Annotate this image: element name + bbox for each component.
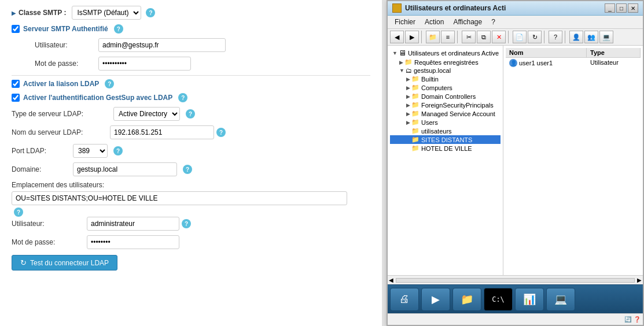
win-controls: _ □ ✕: [605, 3, 638, 13]
tb-sep4: [544, 31, 546, 43]
tree-root[interactable]: ▼ 🖥 Utilisateurs et ordinateurs Active: [390, 48, 501, 58]
admin-user-row: Utilisateur: ?: [12, 217, 370, 231]
menu-action[interactable]: Action: [420, 17, 448, 27]
tree-users[interactable]: ▶ 📁 Users: [390, 118, 501, 127]
ad-dialog: Utilisateurs et ordinateurs Acti _ □ ✕ F…: [387, 0, 644, 326]
smtp-auth-checkbox[interactable]: [12, 25, 20, 33]
admin-password-input[interactable]: [87, 235, 179, 249]
admin-user-label: Utilisateur:: [12, 220, 87, 228]
tree-domain-controllers[interactable]: ▶ 📁 Domain Controllers: [390, 92, 501, 101]
test-ldap-button[interactable]: ↻ Test du connecteur LDAP: [12, 255, 117, 271]
win-hscroll[interactable]: ◀ ▶: [388, 275, 643, 284]
tree-msa-label: Managed Service Account: [421, 110, 495, 117]
ldap-type-label: Type de serveur LDAP:: [12, 110, 110, 118]
hscroll-right[interactable]: ▶: [637, 277, 642, 283]
ldap-server-help-icon[interactable]: ?: [216, 128, 226, 137]
ldap-port-help-icon[interactable]: ?: [113, 146, 123, 155]
list-item[interactable]: 👤 user1 user1 Utilisateur: [506, 58, 641, 68]
tb-properties-button[interactable]: 📄: [513, 31, 527, 43]
fsp-arrow: ▶: [406, 102, 410, 108]
smtp-class-select[interactable]: IsSMTP (Défaut): [72, 6, 141, 20]
smtp-class-help-icon[interactable]: ?: [146, 8, 155, 17]
tree-utilisateurs[interactable]: ▶ 📁 utilisateurs: [390, 127, 501, 135]
taskbar-printer-btn[interactable]: 🖨: [390, 288, 419, 311]
hscroll-left[interactable]: ◀: [389, 277, 393, 283]
tree-computers[interactable]: ▶ 📁 Computers: [390, 83, 501, 92]
smtp-password-input[interactable]: [98, 57, 191, 71]
tree-utilisateurs-label: utilisateurs: [421, 128, 452, 135]
tb-upfolder-button[interactable]: 📁: [426, 31, 440, 43]
ldap-domain-input[interactable]: [73, 162, 177, 176]
ldap-type-select[interactable]: Active Directory: [113, 107, 180, 121]
tree-saved-queries[interactable]: ▶ 📁 Requêtes enregistrées: [390, 58, 501, 66]
win-title-text: Utilisateurs et ordinateurs Acti: [405, 4, 506, 12]
tb-computer-button[interactable]: 💻: [599, 31, 613, 43]
ldap-link-label: Activer la liaison LDAP: [23, 80, 99, 88]
utilisateurs-icon: 📁: [411, 127, 419, 135]
win-statusbar: 🔄 ❓: [388, 313, 643, 325]
ldap-auth-help-icon[interactable]: ?: [178, 93, 187, 102]
smtp-auth-help-icon[interactable]: ?: [114, 24, 123, 34]
ldap-port-row: Port LDAP: 389 ?: [12, 144, 370, 158]
panel-separator: [382, 0, 387, 326]
tb-back-button[interactable]: ◀: [390, 31, 404, 43]
ldap-link-row: Activer la liaison LDAP ?: [12, 79, 370, 88]
tb-forward-button[interactable]: ▶: [405, 31, 419, 43]
tree-managed-service[interactable]: ▶ 📁 Managed Service Account: [390, 109, 501, 118]
tree-sites-label: SITES DISTANTS: [421, 136, 472, 143]
admin-user-input[interactable]: [87, 217, 179, 231]
users-arrow: ▶: [406, 120, 410, 125]
taskbar-cmd-btn[interactable]: C:\: [484, 288, 513, 311]
taskbar-play-btn[interactable]: ▶: [421, 288, 450, 311]
tree-sites-distants[interactable]: ▶ 📁 SITES DISTANTS: [390, 135, 501, 144]
tree-foreign-security[interactable]: ▶ 📁 ForeignSecurityPrincipals: [390, 101, 501, 109]
tree-builtin[interactable]: ▶ 📁 Builtin: [390, 75, 501, 83]
hscroll-track[interactable]: [396, 278, 635, 283]
tree-domain[interactable]: ▼ 🗂 gestsup.local: [390, 66, 501, 75]
smtp-user-input[interactable]: [98, 38, 226, 52]
tb-refresh-button[interactable]: ↻: [528, 31, 542, 43]
win-toolbar: ◀ ▶ 📁 ≡ ✂ ⧉ ✕ 📄 ↻ ? 👤 👥 💻: [388, 29, 643, 46]
tb-group-button[interactable]: 👥: [584, 31, 598, 43]
win-menubar: Fichier Action Affichage ?: [388, 16, 643, 29]
admin-user-help-icon[interactable]: ?: [182, 219, 191, 228]
tb-view-button[interactable]: ≡: [441, 31, 455, 43]
tb-help-button[interactable]: ?: [549, 31, 562, 43]
tb-user-button[interactable]: 👤: [569, 31, 583, 43]
tb-delete-button[interactable]: ✕: [492, 31, 506, 43]
builtin-arrow: ▶: [406, 76, 410, 82]
close-button[interactable]: ✕: [628, 3, 638, 13]
ldap-domain-help-icon[interactable]: ?: [183, 165, 192, 174]
taskbar-folder-btn[interactable]: 📁: [452, 288, 481, 311]
tb-sep5: [565, 31, 567, 43]
taskbar-computer-btn[interactable]: 💻: [546, 288, 575, 311]
menu-affichage[interactable]: Affichage: [448, 17, 487, 27]
menu-aide[interactable]: ?: [487, 17, 500, 27]
tree-hotel-de-ville[interactable]: ▶ 📁 HOTEL DE VILLE: [390, 144, 501, 153]
taskbar-monitor-btn[interactable]: 📊: [515, 288, 544, 311]
ldap-domain-label: Domaine:: [12, 165, 69, 173]
maximize-button[interactable]: □: [616, 3, 627, 13]
ldap-users-input[interactable]: [12, 191, 347, 205]
computers-arrow: ▶: [406, 85, 410, 91]
ldap-users-help-icon[interactable]: ?: [14, 208, 23, 217]
ldap-auth-checkbox[interactable]: [12, 94, 20, 102]
tb-sep3: [508, 31, 510, 43]
win-tree[interactable]: ▼ 🖥 Utilisateurs et ordinateurs Active ▶…: [388, 46, 503, 275]
ldap-port-select[interactable]: 389: [73, 144, 108, 158]
ldap-link-checkbox[interactable]: [12, 80, 20, 88]
ldap-server-input[interactable]: [110, 125, 214, 139]
menu-fichier[interactable]: Fichier: [390, 17, 420, 27]
tree-root-label: Utilisateurs et ordinateurs Active: [408, 50, 499, 57]
list-header-type: Type: [587, 48, 641, 57]
status-icon-1: 🔄: [624, 316, 631, 323]
smtp-auth-row: Serveur SMTP Authentifié ?: [12, 24, 370, 34]
ldap-link-help-icon[interactable]: ?: [105, 79, 114, 88]
tb-cut-button[interactable]: ✂: [462, 31, 476, 43]
minimize-button[interactable]: _: [605, 3, 615, 13]
smtp-user-label: Utilisateur:: [23, 41, 98, 49]
tb-copy-button[interactable]: ⧉: [477, 31, 491, 43]
tree-fsp-label: ForeignSecurityPrincipals: [421, 102, 494, 109]
tree-dc-label: Domain Controllers: [421, 93, 476, 100]
ldap-type-help-icon[interactable]: ?: [186, 109, 195, 118]
